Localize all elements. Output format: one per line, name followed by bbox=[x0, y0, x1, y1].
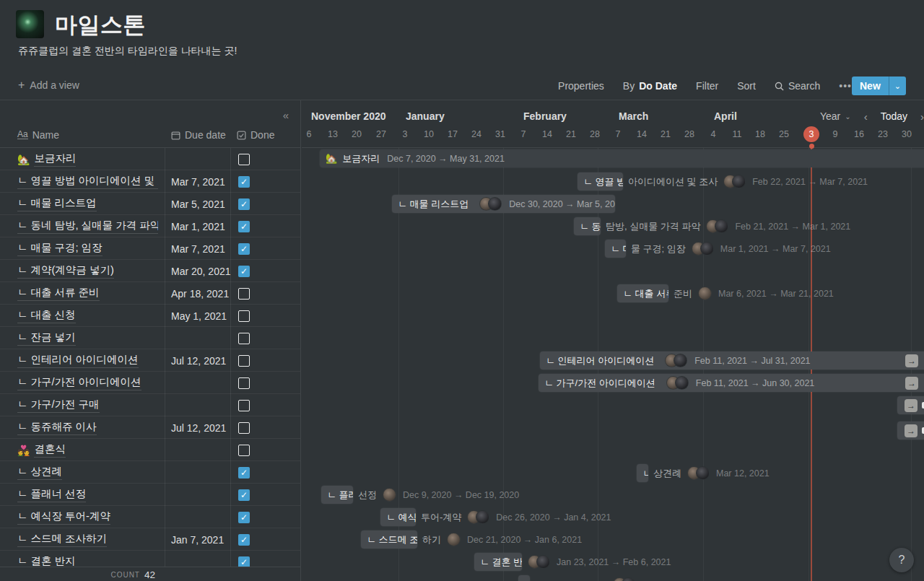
checkbox-unchecked[interactable] bbox=[238, 288, 250, 300]
row-done-cell[interactable]: ✓ bbox=[238, 551, 250, 567]
timeline-bar-offscreen-bar-1[interactable]: → bbox=[897, 396, 924, 414]
row-name-cell[interactable]: 🏡보금자리 bbox=[17, 148, 76, 170]
row-done-cell[interactable]: ✓ bbox=[238, 193, 250, 215]
row-done-cell[interactable] bbox=[238, 349, 250, 372]
row-done-cell[interactable]: ✓ bbox=[238, 215, 250, 237]
timeline-bar-대출-서류-준비[interactable]: ㄴ 대출 서류 bbox=[617, 284, 668, 302]
row-done-cell[interactable] bbox=[238, 439, 250, 461]
column-header-done[interactable]: Done bbox=[237, 129, 274, 141]
timeline-bar-동네-탐방-실매물-가격-파악[interactable]: ㄴ 동네 bbox=[574, 217, 601, 235]
sort-button[interactable]: Sort bbox=[737, 80, 756, 92]
checkbox-checked[interactable]: ✓ bbox=[238, 489, 250, 501]
row-done-cell[interactable]: ✓ bbox=[238, 484, 250, 506]
row-name-cell[interactable]: ㄴ 인테리어 아이디에이션 bbox=[17, 349, 139, 372]
row-name-cell[interactable]: ㄴ 매물 리스트업 bbox=[17, 193, 97, 215]
timeline-bar-예식장-투어-계약[interactable]: ㄴ 예식장 bbox=[380, 508, 416, 526]
timeline-bar-가구-가전-아이디에이션[interactable]: ㄴ 가구/가전 아이디에이션Feb 11, 2021 → Jun 30, 202… bbox=[539, 374, 924, 392]
checkbox-unchecked[interactable] bbox=[238, 154, 250, 165]
row-due-date-cell[interactable]: May 1, 2021 bbox=[171, 305, 227, 327]
row-name-cell[interactable]: ㄴ 상견례 bbox=[17, 461, 62, 484]
row-due-date-cell[interactable]: Jul 12, 2021 bbox=[171, 349, 226, 372]
chevron-down-icon[interactable]: ⌄ bbox=[889, 77, 906, 95]
jump-to-bar-arrow-icon[interactable]: → bbox=[905, 354, 918, 367]
row-done-cell[interactable]: ✓ bbox=[238, 506, 250, 528]
checkbox-unchecked[interactable] bbox=[238, 400, 250, 411]
row-done-cell[interactable] bbox=[238, 148, 250, 170]
row-name-cell[interactable]: ㄴ 플래너 선정 bbox=[17, 484, 86, 506]
properties-button[interactable]: Properties bbox=[558, 80, 604, 92]
checkbox-unchecked[interactable] bbox=[238, 355, 250, 367]
jump-to-bar-arrow-icon[interactable]: → bbox=[905, 399, 918, 412]
search-button[interactable]: Search bbox=[775, 80, 820, 92]
row-done-cell[interactable]: ✓ bbox=[238, 170, 250, 193]
checkbox-unchecked[interactable] bbox=[238, 333, 250, 344]
row-name-cell[interactable]: ㄴ 가구/가전 아이디에이션 bbox=[17, 372, 141, 394]
next-arrow-icon[interactable]: › bbox=[920, 110, 924, 123]
new-button[interactable]: New ⌄ bbox=[852, 77, 906, 95]
today-date-badge[interactable]: 3 bbox=[803, 126, 819, 142]
filter-button[interactable]: Filter bbox=[696, 80, 718, 92]
row-done-cell[interactable] bbox=[238, 327, 250, 349]
row-done-cell[interactable] bbox=[238, 372, 250, 394]
row-done-cell[interactable]: ✓ bbox=[238, 237, 250, 260]
row-done-cell[interactable]: ✓ bbox=[238, 528, 250, 551]
row-name-cell[interactable]: ㄴ 가구/가전 구매 bbox=[17, 394, 100, 416]
jump-to-bar-arrow-icon[interactable]: → bbox=[905, 377, 918, 390]
row-done-cell[interactable] bbox=[238, 394, 250, 416]
row-name-cell[interactable]: ㄴ 계약(계약금 넣기) bbox=[17, 260, 114, 282]
timeline-bar-영끌-방법-아이디에이션-및-조사[interactable]: ㄴ 영끌 방법 bbox=[578, 172, 623, 191]
row-name-cell[interactable]: 💑결혼식 bbox=[17, 439, 66, 461]
row-done-cell[interactable] bbox=[238, 305, 250, 327]
add-view-button[interactable]: + Add a view bbox=[18, 79, 79, 91]
row-name-cell[interactable]: ㄴ 대출 신청 bbox=[17, 305, 76, 327]
checkbox-checked[interactable]: ✓ bbox=[238, 243, 250, 255]
timeline-bar-결혼-반지[interactable]: ㄴ 결혼 반지 bbox=[474, 553, 522, 571]
checkbox-checked[interactable]: ✓ bbox=[238, 266, 250, 277]
timeline-bar-인테리어-아이디에이션[interactable]: ㄴ 인테리어 아이디에이션Feb 11, 2021 → Jul 31, 2021… bbox=[540, 351, 924, 370]
checkbox-checked[interactable]: ✓ bbox=[238, 512, 250, 523]
checkbox-checked[interactable]: ✓ bbox=[238, 176, 250, 188]
jump-to-bar-arrow-icon[interactable]: → bbox=[905, 424, 918, 437]
timeline-zoom-select[interactable]: Year ⌄ bbox=[820, 110, 851, 122]
row-name-cell[interactable]: ㄴ 동쥬해쥬 이사 bbox=[17, 416, 97, 439]
timeline-bar-offscreen-bar-2[interactable]: → bbox=[897, 421, 924, 440]
row-due-date-cell[interactable]: Mar 5, 2021 bbox=[171, 193, 225, 215]
row-name-cell[interactable]: ㄴ 결혼 반지 bbox=[17, 551, 76, 567]
timeline-bar-매물-리스트업[interactable]: ㄴ 매물 리스트업Dec 30, 2020 → Mar 5, 2021 bbox=[392, 195, 615, 213]
row-done-cell[interactable] bbox=[238, 282, 250, 305]
row-due-date-cell[interactable]: Apr 18, 2021 bbox=[171, 282, 229, 305]
row-due-date-cell[interactable]: Jan 7, 2021 bbox=[171, 528, 224, 551]
row-due-date-cell[interactable]: Mar 20, 2021 bbox=[171, 260, 231, 282]
timeline-bar-상견례[interactable]: ㄴ bbox=[637, 464, 648, 482]
timeline-bar-보금자리[interactable]: 🏡보금자리Dec 7, 2020 → May 31, 2021 bbox=[320, 149, 924, 167]
checkbox-unchecked[interactable] bbox=[238, 377, 250, 389]
count-aggregate[interactable]: COUNT 42 bbox=[110, 567, 155, 581]
checkbox-checked[interactable]: ✓ bbox=[238, 221, 250, 232]
row-done-cell[interactable] bbox=[238, 416, 250, 439]
checkbox-checked[interactable]: ✓ bbox=[238, 198, 250, 210]
row-name-cell[interactable]: ㄴ 영끌 방법 아이디에이션 및 조사 bbox=[17, 170, 158, 193]
row-name-cell[interactable]: ㄴ 예식장 투어-계약 bbox=[17, 506, 110, 528]
row-name-cell[interactable]: ㄴ 대출 서류 준비 bbox=[17, 282, 100, 305]
more-options-icon[interactable]: ••• bbox=[839, 80, 852, 92]
row-due-date-cell[interactable]: Mar 7, 2021 bbox=[171, 170, 225, 193]
row-name-cell[interactable]: ㄴ 매물 구경; 임장 bbox=[17, 237, 103, 260]
row-name-cell[interactable]: ㄴ 잔금 넣기 bbox=[17, 327, 76, 349]
checkbox-unchecked[interactable] bbox=[238, 445, 250, 456]
timeline-bar-플래너-선정[interactable]: ㄴ 플래너 bbox=[321, 486, 353, 504]
row-due-date-cell[interactable]: Mar 1, 2021 bbox=[171, 215, 225, 237]
row-done-cell[interactable]: ✓ bbox=[238, 260, 250, 282]
today-button[interactable]: Today bbox=[881, 110, 907, 122]
page-icon[interactable] bbox=[16, 10, 44, 38]
help-button[interactable]: ? bbox=[889, 548, 914, 572]
checkbox-unchecked[interactable] bbox=[238, 422, 250, 434]
checkbox-checked[interactable]: ✓ bbox=[238, 556, 250, 567]
checkbox-unchecked[interactable] bbox=[238, 310, 250, 322]
checkbox-checked[interactable]: ✓ bbox=[238, 534, 250, 546]
timeline-bar-매물-구경-임장[interactable]: ㄴ 매 bbox=[605, 240, 626, 258]
column-header-due-date[interactable]: Due date bbox=[171, 129, 226, 141]
row-name-cell[interactable]: ㄴ 스드메 조사하기 bbox=[17, 528, 107, 551]
timeline-bar-partial-bottom-bar[interactable] bbox=[518, 575, 530, 581]
timeline-bar-스드메-조사하기[interactable]: ㄴ 스드메 조사 bbox=[361, 530, 417, 549]
row-name-cell[interactable]: ㄴ 동네 탐방, 실매물 가격 파악 bbox=[17, 215, 158, 237]
